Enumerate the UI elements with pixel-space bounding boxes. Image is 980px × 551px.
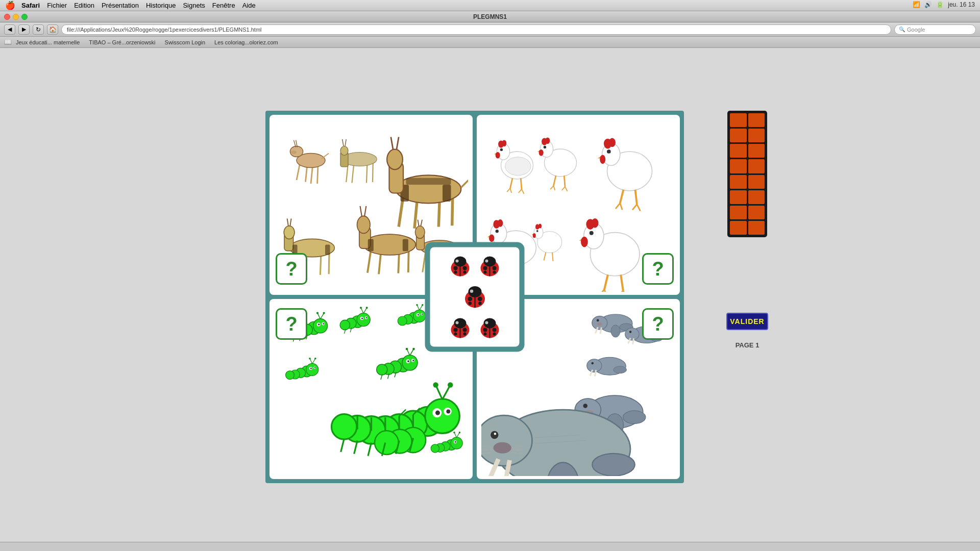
menu-safari[interactable]: Safari <box>21 2 40 9</box>
svg-rect-26 <box>406 178 451 184</box>
score-cell-13 <box>730 206 747 219</box>
svg-line-133 <box>621 274 623 290</box>
svg-point-83 <box>539 149 544 156</box>
menu-fenetre[interactable]: Fenêtre <box>212 2 235 9</box>
question-btn-bottom-left[interactable]: ? <box>276 308 307 340</box>
svg-line-76 <box>519 189 522 192</box>
svg-line-35 <box>329 252 329 274</box>
svg-line-50 <box>360 206 362 216</box>
bookmark-item-3[interactable]: Swisscom Login <box>165 39 205 45</box>
minimize-button[interactable] <box>13 14 19 20</box>
svg-line-40 <box>290 218 291 226</box>
svg-line-98 <box>620 189 624 203</box>
bookmark-item-2[interactable]: TIBAO – Gré...orzeniowski <box>89 39 155 45</box>
svg-point-84 <box>544 145 546 148</box>
svg-line-51 <box>364 206 366 216</box>
svg-point-130 <box>581 236 588 247</box>
window-title: PLEGMNS1 <box>473 13 507 20</box>
svg-point-293 <box>592 453 635 475</box>
forward-button[interactable]: ▶ <box>18 24 30 35</box>
svg-point-244 <box>431 444 439 452</box>
svg-line-99 <box>635 189 637 204</box>
menu-signets[interactable]: Signets <box>183 2 205 9</box>
bookmark-item-1[interactable]: Jeux éducati... maternelle <box>16 39 80 45</box>
question-btn-top-right[interactable]: ? <box>642 253 674 285</box>
svg-line-89 <box>562 186 565 190</box>
menu-fichier[interactable]: Fichier <box>47 2 67 9</box>
score-cell-10 <box>748 175 765 189</box>
svg-point-146 <box>323 312 325 314</box>
svg-point-310 <box>483 271 486 274</box>
svg-point-206 <box>375 431 399 455</box>
svg-point-326 <box>454 332 457 335</box>
svg-line-134 <box>600 289 604 292</box>
score-cell-9 <box>730 175 747 189</box>
svg-point-211 <box>448 382 453 387</box>
svg-line-20 <box>414 198 418 228</box>
score-cell-16 <box>748 221 765 235</box>
svg-point-292 <box>494 433 496 435</box>
score-cell-3 <box>730 129 747 142</box>
svg-point-178 <box>310 367 312 369</box>
svg-point-249 <box>459 431 460 433</box>
menu-presentation[interactable]: Présentation <box>102 2 139 9</box>
score-cell-7 <box>730 159 747 173</box>
svg-point-171 <box>286 370 295 379</box>
svg-line-31 <box>461 178 468 187</box>
svg-point-301 <box>462 266 467 270</box>
svg-point-107 <box>498 219 503 227</box>
svg-line-101 <box>620 203 622 210</box>
svg-point-335 <box>493 332 496 335</box>
score-cell-8 <box>748 159 765 173</box>
svg-line-132 <box>604 274 608 289</box>
menu-edition[interactable]: Edition <box>74 2 94 9</box>
svg-point-324 <box>453 328 457 332</box>
svg-line-30 <box>397 137 399 149</box>
close-button[interactable] <box>4 14 10 20</box>
score-cell-2 <box>748 113 765 127</box>
svg-line-103 <box>637 204 641 211</box>
svg-point-303 <box>463 271 466 274</box>
svg-rect-25 <box>443 185 451 202</box>
address-bar[interactable]: file:///Applications/Jeux%20Rogge/rogge/… <box>61 24 891 35</box>
score-cell-11 <box>730 190 747 204</box>
svg-rect-53 <box>403 239 408 251</box>
svg-point-215 <box>446 409 450 413</box>
menu-aide[interactable]: Aide <box>242 2 256 9</box>
question-btn-top-left[interactable]: ? <box>276 253 307 285</box>
question-btn-bottom-right[interactable]: ? <box>642 308 674 340</box>
home-button[interactable]: 🏠 <box>47 24 58 35</box>
back-button[interactable]: ◀ <box>4 24 15 35</box>
score-cell-15 <box>730 221 747 235</box>
valider-button[interactable]: VALIDER <box>726 313 768 330</box>
battery-icon: 🔋 <box>936 1 944 8</box>
svg-point-163 <box>361 317 363 319</box>
score-cell-6 <box>748 144 765 158</box>
menu-historique[interactable]: Historique <box>146 2 176 9</box>
svg-point-278 <box>583 404 587 408</box>
svg-point-131 <box>590 231 594 235</box>
svg-line-88 <box>554 186 555 190</box>
bookmark-item-4[interactable]: Les coloriag...oloriez.com <box>214 39 278 45</box>
svg-point-172 <box>306 363 318 375</box>
svg-point-121 <box>533 233 536 238</box>
apple-menu[interactable]: 🍎 <box>5 1 15 10</box>
svg-point-257 <box>611 325 620 337</box>
svg-line-72 <box>510 178 513 188</box>
center-card <box>425 242 525 352</box>
svg-point-290 <box>494 442 511 453</box>
svg-point-332 <box>483 328 487 332</box>
wifi-icon: 📶 <box>913 1 920 8</box>
maximize-button[interactable] <box>21 14 28 20</box>
svg-line-2 <box>311 166 313 184</box>
svg-line-18 <box>345 139 346 146</box>
svg-line-17 <box>342 139 344 146</box>
score-cell-5 <box>730 144 747 158</box>
bookmarks-icon: 📖 <box>4 39 12 46</box>
svg-point-180 <box>314 367 315 368</box>
svg-point-81 <box>545 137 550 144</box>
search-bar[interactable]: 🔍 Google <box>894 24 976 35</box>
reload-button[interactable]: ↻ <box>33 24 44 35</box>
svg-point-334 <box>483 332 486 335</box>
svg-point-109 <box>489 234 495 242</box>
